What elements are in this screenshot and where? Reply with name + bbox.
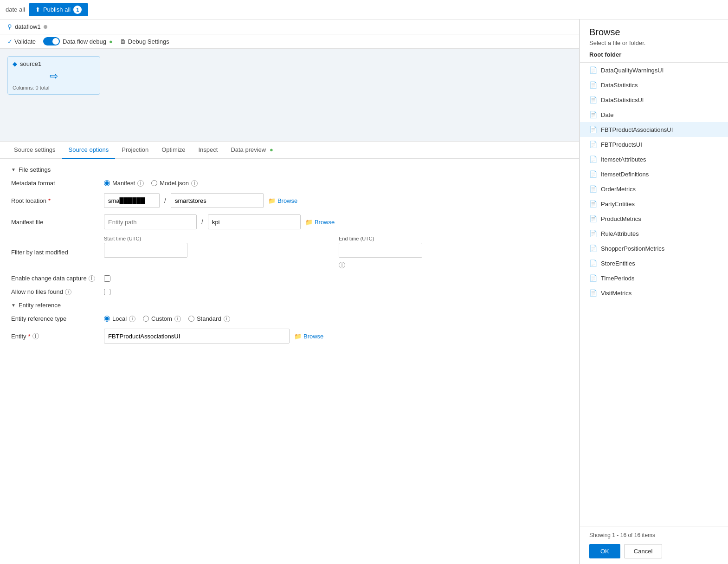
node-title: ◆ source1 (13, 60, 95, 67)
entity-browse-button[interactable]: 📁 Browse (292, 333, 325, 340)
manifest-file-label: Manifest file (11, 219, 104, 226)
manifest-file-row: Manifest file / 📁 Browse (11, 214, 568, 229)
end-time-label: End time (UTC) (339, 236, 568, 241)
end-time-col: End time (UTC) i (339, 236, 568, 268)
manifest-radio[interactable] (104, 180, 110, 186)
root-location-controls: / 📁 Browse (104, 193, 568, 208)
file-item[interactable]: 📄StoreEntities (580, 256, 728, 271)
file-item[interactable]: 📄RuleAttributes (580, 226, 728, 241)
entity-required: * (28, 333, 31, 340)
file-icon: 📄 (589, 289, 597, 297)
top-toolbar: date all ⬆ Publish all 1 (0, 0, 728, 19)
file-item[interactable]: 📄DataStatistics (580, 78, 728, 92)
entity-input[interactable] (104, 329, 290, 344)
debug-toggle-area: Data flow debug ● (43, 37, 113, 45)
entity-reference-header[interactable]: ▼ Entity reference (11, 302, 568, 309)
file-item[interactable]: 📄VisitMetrics (580, 285, 728, 300)
enable-cdc-checkbox[interactable] (104, 275, 110, 282)
model-json-radio[interactable] (151, 180, 157, 186)
file-item[interactable]: 📄ItemsetDefinitions (580, 167, 728, 182)
end-time-input[interactable] (339, 243, 422, 258)
canvas-area: ◆ source1 ⇨ Columns: 0 total + (0, 49, 579, 142)
settings-icon: 🗎 (120, 38, 126, 45)
browse-panel: Browse Select a file or folder. Root fol… (580, 19, 728, 564)
debug-settings-button[interactable]: 🗎 Debug Settings (120, 38, 169, 45)
tab-source-options[interactable]: Source options (62, 142, 116, 159)
root-location-input1[interactable] (104, 193, 160, 208)
validate-button[interactable]: ✓ Validate (7, 38, 36, 45)
allow-no-files-checkbox[interactable] (104, 289, 110, 295)
manifest-file-input1[interactable] (104, 214, 197, 229)
root-location-input2[interactable] (171, 193, 264, 208)
dataflow-name: dataflow1 (15, 23, 41, 30)
file-icon: 📄 (589, 126, 597, 133)
entity-folder-icon: 📁 (294, 333, 302, 340)
allow-no-files-row: Allow no files found i (11, 288, 568, 295)
tab-optimize[interactable]: Optimize (155, 142, 192, 159)
file-settings-label: File settings (19, 166, 51, 173)
root-folder-label: Root folder (589, 51, 719, 58)
root-location-browse-button[interactable]: 📁 Browse (266, 197, 299, 204)
standard-radio[interactable] (188, 316, 194, 322)
file-item[interactable]: 📄Date (580, 107, 728, 122)
entity-controls: 📁 Browse (104, 329, 568, 344)
publish-all-button[interactable]: ⬆ Publish all 1 (29, 3, 88, 16)
file-item[interactable]: 📄DataStatisticsUI (580, 92, 728, 107)
entity-row: Entity * i 📁 Browse (11, 329, 568, 344)
dataflow-header: ⚲ dataflow1 (0, 19, 579, 34)
file-item[interactable]: 📄FBTProductsUI (580, 137, 728, 152)
file-settings-header[interactable]: ▼ File settings (11, 166, 568, 173)
file-item[interactable]: 📄TimePeriods (580, 271, 728, 285)
source-node[interactable]: ◆ source1 ⇨ Columns: 0 total (7, 56, 100, 95)
ok-button[interactable]: OK (589, 544, 620, 558)
publish-badge: 1 (73, 6, 82, 14)
manifest-file-input2[interactable] (208, 214, 301, 229)
file-icon: 📄 (589, 81, 597, 89)
left-panel: ⚲ dataflow1 ✓ Validate Data flow debug ●… (0, 19, 580, 564)
debug-toggle[interactable] (43, 37, 60, 45)
allow-no-files-controls (104, 289, 568, 295)
allow-no-files-label: Allow no files found i (11, 288, 104, 295)
sub-toolbar: ✓ Validate Data flow debug ● 🗎 Debug Set… (0, 34, 579, 49)
file-item[interactable]: 📄PartyEntities (580, 196, 728, 211)
start-time-input[interactable] (104, 243, 187, 258)
start-time-label: Start time (UTC) (104, 236, 333, 241)
root-location-required: * (48, 197, 51, 204)
entity-ref-type-label: Entity reference type (11, 315, 104, 322)
debug-settings-label: Debug Settings (128, 38, 169, 45)
custom-radio[interactable] (143, 316, 149, 322)
main-area: ⚲ dataflow1 ✓ Validate Data flow debug ●… (0, 19, 728, 564)
file-item[interactable]: 📄ItemsetAttributes (580, 152, 728, 167)
upload-icon: ⬆ (35, 6, 40, 13)
tab-projection[interactable]: Projection (115, 142, 155, 159)
folder-icon-2: 📁 (305, 219, 313, 226)
file-item[interactable]: 📄ProductMetrics (580, 211, 728, 226)
manifest-radio-option[interactable]: Manifest i (104, 180, 144, 187)
model-json-radio-option[interactable]: Model.json i (151, 180, 198, 187)
file-icon: 📄 (589, 141, 597, 148)
enable-cdc-info-icon: i (89, 275, 95, 282)
end-time-info-icon: i (339, 262, 345, 268)
file-icon: 📄 (589, 156, 597, 163)
tab-inspect[interactable]: Inspect (192, 142, 224, 159)
custom-radio-option[interactable]: Custom i (143, 315, 181, 322)
tab-data-preview[interactable]: Data preview ● (224, 142, 279, 159)
cancel-button[interactable]: Cancel (624, 544, 662, 558)
node-cols: Columns: 0 total (13, 85, 95, 91)
manifest-file-browse-button[interactable]: 📁 Browse (303, 219, 336, 226)
standard-info-icon: i (224, 316, 230, 322)
file-item[interactable]: 📄ShopperPositionMetrics (580, 241, 728, 256)
local-radio-option[interactable]: Local i (104, 315, 135, 322)
file-item[interactable]: 📄OrderMetrics (580, 182, 728, 196)
browse-subtitle: Select a file or folder. (589, 39, 719, 46)
tab-source-settings[interactable]: Source settings (7, 142, 62, 159)
metadata-format-row: Metadata format Manifest i Model.json i (11, 180, 568, 187)
manifest-info-icon: i (137, 180, 144, 187)
file-item[interactable]: 📄FBTProductAssociationsUI (580, 122, 728, 137)
standard-radio-option[interactable]: Standard i (188, 315, 230, 322)
browse-header: Browse Select a file or folder. Root fol… (580, 19, 728, 62)
file-item[interactable]: 📄DataQualityWarningsUI (580, 63, 728, 78)
filter-modified-controls: Start time (UTC) End time (UTC) i (104, 236, 568, 268)
root-location-row: Root location * / 📁 Browse (11, 193, 568, 208)
local-radio[interactable] (104, 316, 110, 322)
